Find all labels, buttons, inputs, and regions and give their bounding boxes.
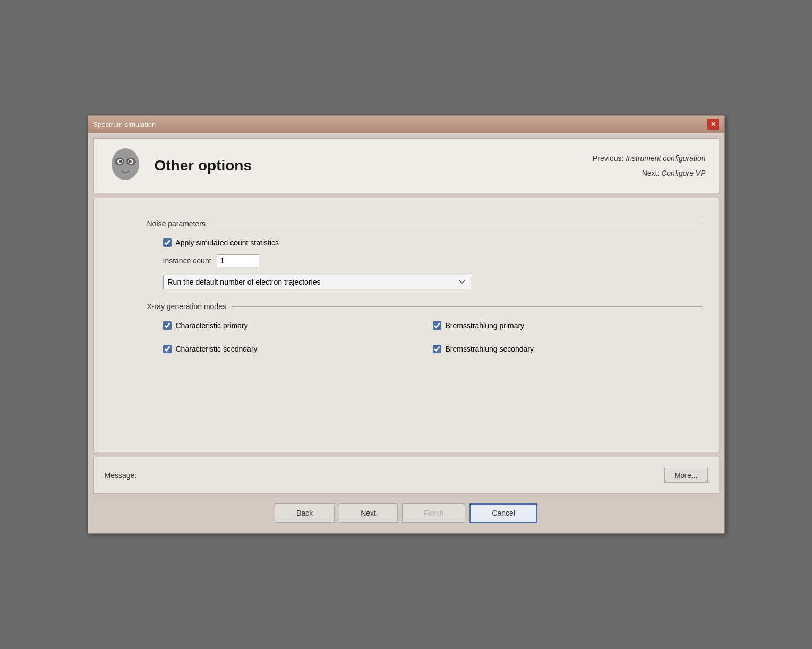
window-body: Other options Previous: Instrument confi… [88,133,724,533]
message-label: Message: [105,471,137,480]
apply-stats-label: Apply simulated count statistics [176,238,279,247]
noise-section-title: Noise parameters [147,219,206,228]
more-button[interactable]: More... [664,468,708,483]
trajectory-dropdown-row: Run the default number of electron traje… [163,275,703,289]
apply-stats-row: Apply simulated count statistics [163,238,703,247]
char-primary-checkbox[interactable] [163,321,172,330]
header-left: Other options [107,147,252,184]
instance-count-label: Instance count [163,257,211,265]
message-panel: Message: More... [93,457,719,494]
xray-options-grid: Characteristic primary Bremsstrahlung pr… [163,321,703,361]
bremss-primary-checkbox[interactable] [433,321,441,330]
bremss-secondary-label: Bremsstrahlung secondary [446,345,534,353]
previous-nav: Previous: Instrument configuration [593,151,705,166]
char-secondary-label: Characteristic secondary [176,345,258,353]
header-nav: Previous: Instrument configuration Next:… [593,151,705,181]
char-primary-label: Characteristic primary [176,321,248,330]
apply-stats-checkbox[interactable] [163,238,172,247]
cancel-button[interactable]: Cancel [469,503,537,523]
char-secondary-row: Characteristic secondary [163,345,433,353]
instance-count-row: Instance count [163,254,703,267]
svg-point-6 [129,160,132,163]
window-title: Spectrum simulation [93,121,156,129]
back-button[interactable]: Back [275,503,335,523]
title-bar: Spectrum simulation ✕ [88,116,724,133]
finish-button[interactable]: Finish [402,503,465,523]
svg-point-0 [112,148,139,180]
xray-section-line [232,306,703,307]
header-panel: Other options Previous: Instrument confi… [93,138,719,193]
next-nav: Next: Configure VP [593,166,705,181]
svg-point-5 [119,160,122,163]
main-window: Spectrum simulation ✕ Other options [88,115,725,534]
xray-section-title: X-ray generation modes [147,302,226,311]
char-secondary-checkbox[interactable] [163,345,172,353]
bremss-secondary-row: Bremsstrahlung secondary [433,345,703,353]
bremss-primary-row: Bremsstrahlung primary [433,321,703,330]
trajectory-dropdown[interactable]: Run the default number of electron traje… [163,275,471,289]
content-panel: Noise parameters Apply simulated count s… [93,198,719,452]
noise-section-header: Noise parameters [147,219,703,228]
bremss-primary-label: Bremsstrahlung primary [446,321,525,330]
page-title: Other options [155,157,252,174]
close-button[interactable]: ✕ [707,119,719,130]
xray-section-header: X-ray generation modes [147,302,703,311]
xray-section: X-ray generation modes Characteristic pr… [147,302,703,361]
next-button[interactable]: Next [339,503,398,523]
bremss-secondary-checkbox[interactable] [433,345,441,353]
alien-icon [107,147,144,184]
bottom-bar: Back Next Finish Cancel [93,498,719,528]
instance-count-input[interactable] [217,254,259,267]
noise-section-line [211,224,703,224]
char-primary-row: Characteristic primary [163,321,433,330]
